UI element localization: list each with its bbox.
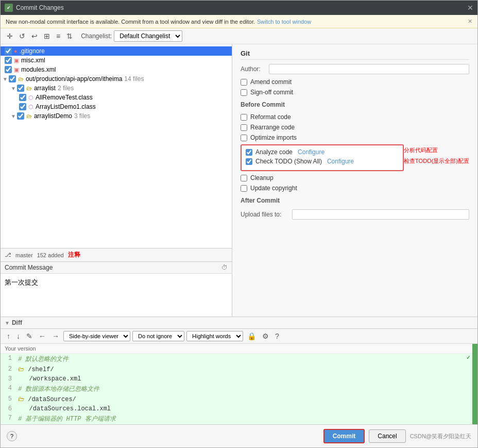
sign-off-checkbox[interactable] — [241, 89, 247, 96]
tree-item-miscxml[interactable]: ▣ misc.xml — [1, 56, 232, 65]
info-bar: New non-modal commit interface is availa… — [1, 15, 477, 28]
miscxml-checkbox[interactable] — [5, 57, 12, 64]
check-todo-configure-link[interactable]: Configure — [327, 158, 354, 165]
changelist-select[interactable]: Default Changelist — [114, 30, 182, 42]
info-close-button[interactable]: ✕ — [468, 18, 472, 25]
right-panel: Git Author: Amend commit Sign-off commit — [232, 44, 477, 317]
analyze-configure-link[interactable]: Configure — [298, 148, 325, 156]
sign-off-row: Sign-off commit — [241, 89, 469, 96]
miscxml-icon: ▣ — [14, 57, 19, 64]
line-content-2: 🗁 /shelf/ — [16, 364, 472, 374]
author-label: Author: — [241, 65, 269, 73]
switch-tool-window-link[interactable]: Switch to tool window — [257, 19, 311, 25]
cleanup-checkbox[interactable] — [241, 175, 247, 181]
tree-item-outfolder[interactable]: ▼ 🗁 out/production/api-app/com/itheima 1… — [1, 74, 232, 84]
main-window: ✔ Commit Changes ✕ New non-modal commit … — [0, 0, 478, 448]
tree-item-modulesxml[interactable]: ▣ modules.xml — [1, 65, 232, 74]
diff-button[interactable]: ⊞ — [42, 31, 52, 41]
branch-name: master — [15, 252, 33, 258]
commit-button[interactable]: Commit — [323, 429, 365, 443]
tree-item-arraylist[interactable]: ▼ 🗁 arraylist 2 files — [1, 84, 232, 93]
commit-message-header: Commit Message ⏱ — [1, 262, 232, 274]
author-field: Author: — [241, 64, 469, 74]
upload-files-input[interactable] — [292, 209, 469, 220]
diff-help-button[interactable]: ? — [273, 331, 281, 341]
added-count: 152 added — [37, 252, 64, 258]
cancel-button[interactable]: Cancel — [369, 429, 405, 443]
arraylist-icon: 🗁 — [26, 85, 32, 91]
gitignore-file-icon: ● — [14, 48, 18, 54]
commit-message-section: Commit Message ⏱ 第一次提交 — [1, 261, 232, 317]
outfolder-checkbox[interactable] — [9, 75, 16, 82]
check-todo-label: Check TODO (Show All) — [255, 158, 322, 165]
modulesxml-checkbox[interactable] — [5, 66, 12, 73]
arraylistdemo1-checkbox[interactable] — [19, 103, 26, 110]
add-button[interactable]: ✛ — [5, 31, 15, 41]
line-num-6: 6 — [1, 404, 16, 413]
diff-prev-button[interactable]: ← — [37, 331, 48, 341]
undo-button[interactable]: ↩ — [29, 31, 40, 41]
close-button[interactable]: ✕ — [467, 4, 473, 12]
miscxml-filename: misc.xml — [21, 57, 45, 64]
tree-item-allremovetest[interactable]: ⬡ AllRemoveTest.class — [1, 93, 232, 102]
line-num-4: 4 — [1, 384, 16, 393]
gitignore-filename: .gitignore — [20, 47, 45, 55]
arraylist-checkbox[interactable] — [17, 85, 24, 92]
bottom-bar: ? Commit Cancel CSDN@笑看夕阳染红天 — [1, 424, 477, 447]
commit-message-input[interactable]: 第一次提交 — [1, 274, 232, 315]
analyze-code-checkbox[interactable] — [246, 149, 252, 156]
settings-icon[interactable]: ⚙ — [260, 331, 271, 341]
rearrange-code-row: Rearrange code — [241, 124, 469, 131]
viewer-select[interactable]: Side-by-side viewer — [63, 331, 130, 341]
analyze-code-row: Analyze code Configure — [246, 148, 399, 156]
reformat-code-row: Reformat code — [241, 113, 469, 121]
diff-next-button[interactable]: → — [50, 331, 61, 341]
reformat-code-label: Reformat code — [250, 113, 291, 121]
cleanup-row: Cleanup — [241, 174, 469, 181]
diff-added-bar — [472, 344, 477, 424]
reformat-code-checkbox[interactable] — [241, 114, 247, 121]
lock-icon[interactable]: 🔒 — [245, 331, 258, 341]
title-bar: ✔ Commit Changes ✕ — [1, 1, 477, 15]
commit-message-title: Commit Message — [5, 264, 53, 271]
arraylistdemo-icon: 🗁 — [26, 113, 32, 119]
update-copyright-checkbox[interactable] — [241, 185, 247, 192]
tree-item-gitignore[interactable]: ● .gitignore — [1, 46, 232, 56]
diff-down-button[interactable]: ↓ — [14, 331, 22, 341]
rearrange-code-checkbox[interactable] — [241, 124, 247, 131]
amend-commit-label: Amend commit — [250, 78, 292, 86]
author-input[interactable] — [269, 64, 469, 74]
tree-item-arraylistdemo1[interactable]: ⬡ ArrayListDemo1.class — [1, 102, 232, 111]
allremovetest-checkbox[interactable] — [19, 94, 26, 101]
info-message: New non-modal commit interface is availa… — [6, 19, 255, 25]
highlight-select[interactable]: Highlight words — [186, 331, 243, 341]
check-todo-row: Check TODO (Show All) Configure — [246, 158, 399, 165]
tree-item-arraylistdemo[interactable]: ▼ 🗁 arraylistDemo 3 files — [1, 111, 232, 121]
arraylistdemo-checkbox[interactable] — [17, 112, 24, 120]
file-tree: ● .gitignore ▣ misc.xml ▣ modules.xml — [1, 44, 232, 248]
refresh-button[interactable]: ↺ — [17, 31, 27, 41]
arraylistdemo1-icon: ⬡ — [28, 104, 33, 110]
line-content-3: /workspace.xml — [16, 374, 472, 384]
update-copyright-row: Update copyright — [241, 185, 469, 192]
diff-line-2: 2 🗁 /shelf/ — [1, 364, 472, 374]
outfolder-icon: 🗁 — [18, 76, 24, 82]
diff-edit-button[interactable]: ✎ — [24, 331, 35, 341]
optimize-imports-checkbox[interactable] — [241, 135, 247, 141]
git-section: Git Author: Amend commit Sign-off commit — [241, 49, 469, 220]
gitignore-checkbox[interactable] — [5, 47, 12, 55]
commit-message-options-icon: ⏱ — [221, 264, 228, 271]
diff-collapse-icon[interactable]: ▼ — [5, 320, 10, 326]
amend-commit-checkbox[interactable] — [241, 79, 247, 86]
added-indicator-1: ✓ — [467, 354, 472, 361]
line-content-5: 🗁 /dataSources/ — [16, 394, 472, 404]
collapse-button[interactable]: ⇅ — [64, 31, 75, 41]
line-num-2: 2 — [1, 364, 16, 374]
diff-up-button[interactable]: ↑ — [5, 331, 12, 341]
branch-icon: ⎇ — [5, 252, 11, 258]
help-button[interactable]: ? — [7, 431, 17, 441]
expand-button[interactable]: ≡ — [54, 31, 62, 41]
check-todo-checkbox[interactable] — [246, 158, 252, 165]
line-content-6: /dataSources.local.xml — [16, 404, 472, 413]
ignore-select[interactable]: Do not ignore — [132, 331, 184, 341]
